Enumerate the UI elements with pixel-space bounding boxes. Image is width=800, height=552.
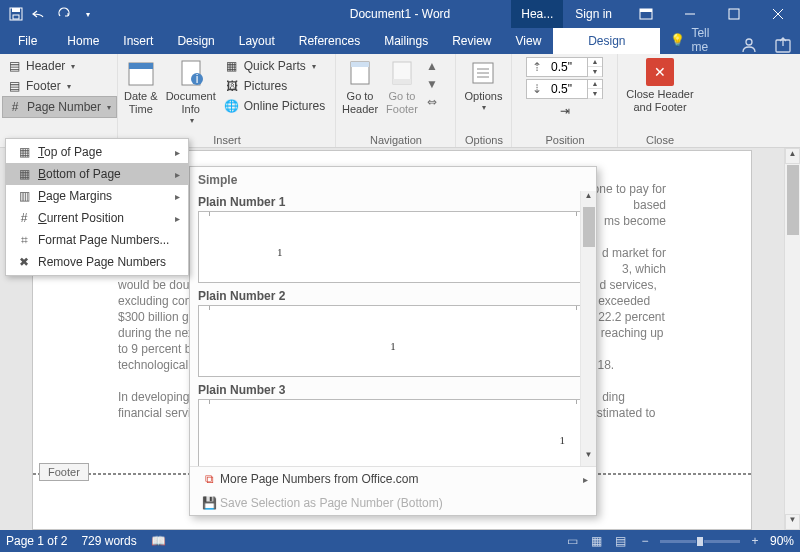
svg-rect-2 — [13, 15, 19, 19]
mailings-tab[interactable]: Mailings — [372, 28, 440, 54]
design-tab[interactable]: Design — [165, 28, 226, 54]
spin-up[interactable]: ▲ — [588, 79, 602, 89]
navigation-group-label: Navigation — [336, 134, 456, 146]
options-label: Options — [465, 90, 503, 103]
page-number-menu: ▦Top of Page▸ ▦Bottom of Page▸ ▥Page Mar… — [5, 138, 189, 276]
read-mode-icon[interactable]: ▭ — [564, 534, 582, 548]
insert-alignment-tab[interactable]: ⇥ — [553, 101, 577, 121]
remove-page-numbers-item[interactable]: ✖Remove Page Numbers — [6, 251, 188, 273]
footer-from-bottom[interactable]: ⇣0.5"▲▼ — [526, 79, 603, 99]
gallery-item-title: Plain Number 2 — [198, 289, 590, 303]
gallery-item-title: Plain Number 1 — [198, 195, 590, 209]
print-layout-icon[interactable]: ▦ — [588, 534, 606, 548]
home-tab[interactable]: Home — [55, 28, 111, 54]
maximize-button[interactable] — [712, 0, 756, 28]
zoom-slider-thumb[interactable] — [696, 536, 704, 547]
account-icon[interactable] — [732, 36, 766, 54]
top-of-page-label: op of Page — [44, 145, 102, 159]
pictures-button[interactable]: 🖼Pictures — [220, 76, 329, 96]
spin-down[interactable]: ▼ — [588, 67, 602, 77]
header-from-top[interactable]: ⇡0.5"▲▼ — [526, 57, 603, 77]
hf-design-tab[interactable]: Design — [553, 28, 660, 54]
references-tab[interactable]: References — [287, 28, 372, 54]
page-margins-item[interactable]: ▥Page Margins▸ — [6, 185, 188, 207]
qat-undo[interactable] — [28, 0, 52, 28]
bottom-of-page-item[interactable]: ▦Bottom of Page▸ — [6, 163, 188, 185]
pictures-icon: 🖼 — [224, 78, 240, 94]
remove-page-numbers-icon: ✖ — [14, 255, 34, 269]
footer-button[interactable]: ▤Footer — [2, 76, 117, 96]
go-to-footer-label: Go to Footer — [386, 90, 418, 116]
zoom-in-button[interactable]: + — [746, 534, 764, 548]
header-button[interactable]: ▤Header — [2, 56, 117, 76]
svg-rect-4 — [640, 9, 652, 12]
page-number-icon: # — [7, 99, 23, 115]
page-number-button[interactable]: #Page Number — [2, 96, 117, 118]
scroll-up-icon[interactable]: ▲ — [581, 191, 596, 207]
svg-rect-19 — [393, 79, 411, 84]
qat-save[interactable] — [4, 0, 28, 28]
tell-me-label: Tell me — [691, 26, 722, 54]
zoom-slider[interactable] — [660, 540, 740, 543]
footer-tag: Footer — [39, 463, 89, 481]
minimize-button[interactable] — [668, 0, 712, 28]
gallery-scrollbar[interactable]: ▲▼ — [580, 191, 596, 466]
status-page[interactable]: Page 1 of 2 — [6, 534, 67, 548]
spin-up[interactable]: ▲ — [588, 57, 602, 67]
link-to-previous-button[interactable]: ⇔ — [424, 94, 440, 110]
svg-rect-17 — [351, 62, 369, 67]
review-tab[interactable]: Review — [440, 28, 503, 54]
spin-down[interactable]: ▼ — [588, 89, 602, 99]
qat-customize[interactable]: ▾ — [76, 0, 100, 28]
tell-me[interactable]: 💡Tell me — [660, 26, 732, 54]
quick-parts-button[interactable]: ▦Quick Parts — [220, 56, 329, 76]
scroll-down-icon[interactable]: ▼ — [785, 514, 800, 530]
insert-tab[interactable]: Insert — [111, 28, 165, 54]
layout-tab[interactable]: Layout — [227, 28, 287, 54]
share-icon[interactable] — [766, 36, 800, 54]
status-words[interactable]: 729 words — [81, 534, 136, 548]
web-layout-icon[interactable]: ▤ — [612, 534, 630, 548]
ribbon-display-options[interactable] — [624, 0, 668, 28]
online-pictures-button[interactable]: 🌐Online Pictures — [220, 96, 329, 116]
document-info-label: Document Info — [166, 90, 216, 116]
document-title: Document1 - Word — [350, 7, 450, 21]
footer-from-bottom-value: 0.5" — [547, 82, 587, 96]
qat-redo[interactable] — [52, 0, 76, 28]
current-position-item[interactable]: #Current Position▸ — [6, 207, 188, 229]
gallery-item-title: Plain Number 3 — [198, 383, 590, 397]
gallery-item-plain-2[interactable]: Plain Number 2 1 — [196, 289, 590, 377]
header-footer-tool-tab[interactable]: Hea... — [511, 0, 563, 28]
scroll-thumb[interactable] — [787, 165, 799, 235]
scroll-thumb[interactable] — [583, 207, 595, 247]
page-number-label: Page Number — [27, 100, 101, 114]
svg-rect-6 — [729, 9, 739, 19]
format-page-numbers-item[interactable]: ⌗Format Page Numbers... — [6, 229, 188, 251]
preview-page-number: 1 — [390, 340, 396, 352]
previous-section-button[interactable]: ▲ — [424, 58, 440, 74]
quick-parts-icon: ▦ — [224, 58, 240, 74]
chevron-right-icon: ▸ — [175, 191, 180, 202]
save-selection-label: Save Selection as Page Number (Bottom) — [220, 496, 443, 510]
more-from-office-item[interactable]: ⧉More Page Numbers from Office.com▸ — [190, 467, 596, 491]
zoom-out-button[interactable]: − — [636, 534, 654, 548]
next-section-button[interactable]: ▼ — [424, 76, 440, 92]
current-position-icon: # — [14, 211, 34, 225]
save-selection-item: 💾Save Selection as Page Number (Bottom) — [190, 491, 596, 515]
go-to-header-label: Go to Header — [342, 90, 378, 116]
vertical-scrollbar[interactable]: ▲ ▼ — [784, 148, 800, 530]
scroll-up-icon[interactable]: ▲ — [785, 148, 800, 164]
zoom-level[interactable]: 90% — [770, 534, 794, 548]
status-proofing-icon[interactable]: 📖 — [151, 534, 166, 548]
close-button[interactable] — [756, 0, 800, 28]
page-margins-icon: ▥ — [14, 189, 34, 203]
scroll-down-icon[interactable]: ▼ — [581, 450, 596, 466]
top-of-page-item[interactable]: ▦Top of Page▸ — [6, 141, 188, 163]
file-tab[interactable]: File — [0, 28, 55, 54]
view-tab[interactable]: View — [504, 28, 554, 54]
more-from-office-label: More Page Numbers from Office.com — [220, 472, 419, 486]
sign-in[interactable]: Sign in — [563, 7, 624, 21]
gallery-item-plain-3[interactable]: Plain Number 3 1 — [196, 383, 590, 466]
bulb-icon: 💡 — [670, 33, 685, 47]
gallery-item-plain-1[interactable]: Plain Number 1 1 — [196, 195, 590, 283]
